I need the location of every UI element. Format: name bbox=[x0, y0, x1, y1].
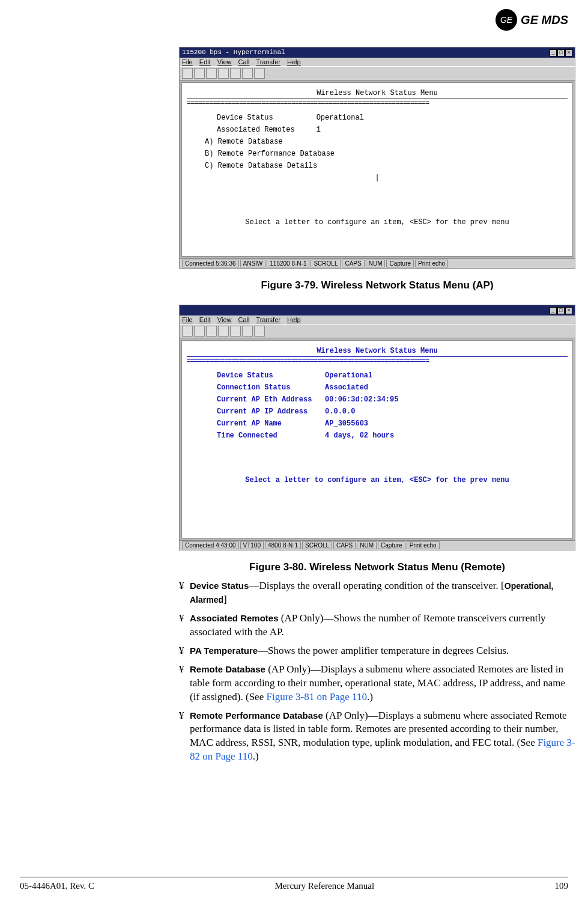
toolbar-button[interactable] bbox=[230, 326, 241, 337]
doc-number: 05-4446A01, Rev. C bbox=[20, 881, 94, 891]
status-row: Device Status Operational bbox=[217, 114, 568, 122]
status-emu: ANSIW bbox=[240, 260, 266, 267]
definition-item: Remote Database (AP Only)—Displays a sub… bbox=[179, 663, 575, 704]
terminal-body: Wireless Network Status Menu ===========… bbox=[181, 340, 573, 538]
term-name: Remote Database bbox=[190, 664, 265, 674]
status-row: Connection Status Associated bbox=[217, 383, 568, 392]
status-baud: 115200 8-N-1 bbox=[267, 260, 309, 267]
status-capture: Capture bbox=[378, 541, 405, 549]
terminal-hint: Select a letter to configure an item, <E… bbox=[187, 218, 568, 227]
definition-item: PA Temperature—Shows the power amplifier… bbox=[179, 644, 575, 658]
menu-transfer[interactable]: Transfer bbox=[256, 316, 280, 323]
term-name: Remote Performance Database bbox=[190, 710, 323, 721]
menubar: File Edit View Call Transfer Help bbox=[180, 58, 575, 66]
toolbar-button[interactable] bbox=[254, 68, 265, 79]
window-controls: _□× bbox=[549, 306, 572, 314]
status-num: NUM bbox=[366, 260, 386, 267]
figure-link[interactable]: Figure 3-81 on Page 110 bbox=[266, 691, 366, 702]
terminal-window-ap: 115200 bps - HyperTerminal _□× File Edit… bbox=[179, 47, 575, 269]
toolbar-button[interactable] bbox=[242, 68, 253, 79]
menu-view[interactable]: View bbox=[217, 58, 232, 66]
status-print: Print echo bbox=[407, 541, 440, 549]
menu-help[interactable]: Help bbox=[287, 58, 301, 66]
toolbar-button[interactable] bbox=[194, 68, 205, 79]
menu-call[interactable]: Call bbox=[238, 58, 250, 66]
maximize-icon[interactable]: □ bbox=[557, 307, 565, 314]
toolbar-button[interactable] bbox=[206, 326, 217, 337]
status-row: Device Status Operational bbox=[217, 371, 568, 380]
status-connected: Connected 5:36:36 bbox=[182, 260, 239, 267]
status-connected: Connected 4:43:00 bbox=[182, 541, 239, 549]
maximize-icon[interactable]: □ bbox=[557, 49, 565, 56]
menu-option[interactable]: C) Remote Database Details bbox=[205, 162, 568, 170]
menu-view[interactable]: View bbox=[217, 316, 232, 323]
status-row: Current AP Eth Address 00:06:3d:02:34:95 bbox=[217, 395, 568, 404]
doc-title: Mercury Reference Manual bbox=[274, 881, 374, 891]
status-row: Current AP Name AP_3055603 bbox=[217, 419, 568, 428]
status-scroll: SCROLL bbox=[311, 260, 341, 267]
menu-call[interactable]: Call bbox=[238, 316, 250, 323]
menu-help[interactable]: Help bbox=[287, 316, 301, 323]
terminal-body: Wireless Network Status Menu ===========… bbox=[181, 82, 573, 257]
term-name: Associated Remotes bbox=[190, 613, 279, 623]
page-footer: 05-4446A01, Rev. C Mercury Reference Man… bbox=[20, 877, 568, 891]
close-icon[interactable]: × bbox=[565, 307, 572, 314]
page-content: 115200 bps - HyperTerminal _□× File Edit… bbox=[179, 47, 575, 764]
term-name: PA Temperature bbox=[190, 645, 258, 656]
status-baud: 4800 8-N-1 bbox=[265, 541, 301, 549]
status-row: Associated Remotes 1 bbox=[217, 126, 568, 134]
menubar: File Edit View Call Transfer Help bbox=[180, 315, 575, 324]
menu-transfer[interactable]: Transfer bbox=[256, 58, 280, 66]
term-name: Device Status bbox=[190, 581, 249, 591]
status-print: Print echo bbox=[415, 260, 448, 267]
statusbar: Connected 5:36:36ANSIW115200 8-N-1SCROLL… bbox=[180, 258, 575, 268]
status-caps: CAPS bbox=[333, 541, 356, 549]
cursor: | bbox=[187, 174, 568, 182]
rule: ========================================… bbox=[187, 99, 568, 108]
page-number: 109 bbox=[555, 881, 569, 891]
statusbar: Connected 4:43:00VT1004800 8-N-1SCROLLCA… bbox=[180, 540, 575, 550]
titlebar: 115200 bps - HyperTerminal _□× bbox=[180, 47, 575, 58]
menu-option[interactable]: B) Remote Performance Database bbox=[205, 150, 568, 158]
titlebar: _□× bbox=[180, 305, 575, 315]
toolbar-button[interactable] bbox=[242, 326, 253, 337]
status-scroll: SCROLL bbox=[302, 541, 332, 549]
toolbar-button[interactable] bbox=[254, 326, 265, 337]
definition-list: Device Status—Displays the overall opera… bbox=[179, 579, 575, 764]
status-emu: VT100 bbox=[240, 541, 264, 549]
toolbar-button[interactable] bbox=[230, 68, 241, 79]
toolbar-button[interactable] bbox=[182, 326, 193, 337]
minimize-icon[interactable]: _ bbox=[550, 49, 557, 56]
window-controls: _□× bbox=[549, 49, 572, 56]
status-row: Time Connected 4 days, 02 hours bbox=[217, 431, 568, 440]
toolbar-button[interactable] bbox=[206, 68, 217, 79]
definition-item: Device Status—Displays the overall opera… bbox=[179, 579, 575, 607]
menu-edit[interactable]: Edit bbox=[199, 316, 211, 323]
terminal-window-remote: _□× File Edit View Call Transfer Help Wi… bbox=[179, 305, 575, 550]
figure-caption-80: Figure 3-80. Wireless Network Status Men… bbox=[179, 561, 575, 573]
definition-item: Remote Performance Database (AP Only)—Di… bbox=[179, 709, 575, 764]
figure-caption-79: Figure 3-79. Wireless Network Status Men… bbox=[179, 279, 575, 291]
menu-option[interactable]: A) Remote Database bbox=[205, 138, 568, 146]
status-num: NUM bbox=[357, 541, 377, 549]
toolbar-button[interactable] bbox=[182, 68, 193, 79]
toolbar-button[interactable] bbox=[218, 326, 229, 337]
window-title: 115200 bps - HyperTerminal bbox=[182, 49, 285, 56]
menu-file[interactable]: File bbox=[182, 58, 193, 66]
header-logo: GE GE MDS bbox=[496, 9, 568, 31]
toolbar-button[interactable] bbox=[194, 326, 205, 337]
terminal-hint: Select a letter to configure an item, <E… bbox=[187, 476, 568, 484]
menu-edit[interactable]: Edit bbox=[199, 58, 211, 66]
terminal-title: Wireless Network Status Menu bbox=[187, 347, 568, 355]
rule: ========================================… bbox=[187, 356, 568, 365]
toolbar-button[interactable] bbox=[218, 68, 229, 79]
status-caps: CAPS bbox=[342, 260, 364, 267]
minimize-icon[interactable]: _ bbox=[550, 307, 557, 314]
ge-badge-icon: GE bbox=[496, 9, 517, 31]
menu-file[interactable]: File bbox=[182, 316, 193, 323]
toolbar bbox=[180, 66, 575, 81]
close-icon[interactable]: × bbox=[565, 49, 572, 56]
terminal-title: Wireless Network Status Menu bbox=[187, 89, 568, 97]
status-row: Current AP IP Address 0.0.0.0 bbox=[217, 407, 568, 416]
status-capture: Capture bbox=[386, 260, 414, 267]
